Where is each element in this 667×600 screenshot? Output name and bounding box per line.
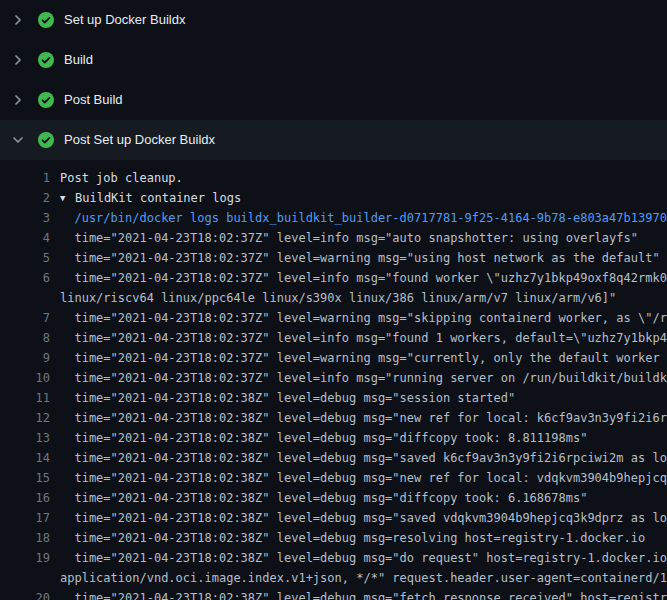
workflow-log-viewer: Set up Docker BuildxBuildPost BuildPost …: [0, 0, 667, 600]
log-line: 17 time="2021-04-23T18:02:38Z" level=deb…: [0, 508, 667, 528]
log-line-continuation: linux/riscv64 linux/ppc64le linux/s390x …: [0, 288, 667, 308]
collapse-triangle-icon[interactable]: ▼: [60, 188, 70, 208]
log-line: 15 time="2021-04-23T18:02:38Z" level=deb…: [0, 468, 667, 488]
log-text: time="2021-04-23T18:02:37Z" level=warnin…: [60, 348, 667, 368]
log-text: time="2021-04-23T18:02:38Z" level=debug …: [60, 548, 667, 568]
log-text: time="2021-04-23T18:02:38Z" level=debug …: [60, 488, 587, 508]
log-line: 9 time="2021-04-23T18:02:37Z" level=warn…: [0, 348, 667, 368]
log-text: application/vnd.oci.image.index.v1+json,…: [60, 568, 667, 588]
step-title: Build: [64, 52, 93, 68]
log-line: 4 time="2021-04-23T18:02:37Z" level=info…: [0, 228, 667, 248]
line-number[interactable]: 18: [0, 528, 50, 548]
line-number[interactable]: 13: [0, 428, 50, 448]
log-line: 2▼BuildKit container logs: [0, 188, 667, 208]
log-line: 6 time="2021-04-23T18:02:37Z" level=info…: [0, 268, 667, 288]
log-line: 16 time="2021-04-23T18:02:38Z" level=deb…: [0, 488, 667, 508]
line-number[interactable]: 9: [0, 348, 50, 368]
log-line-continuation: application/vnd.oci.image.index.v1+json,…: [0, 568, 667, 588]
log-line: 8 time="2021-04-23T18:02:37Z" level=info…: [0, 328, 667, 348]
line-number[interactable]: 4: [0, 228, 50, 248]
line-number[interactable]: 16: [0, 488, 50, 508]
line-number[interactable]: 10: [0, 368, 50, 388]
line-number[interactable]: 7: [0, 308, 50, 328]
line-number[interactable]: 20: [0, 588, 50, 600]
log-line: 1Post job cleanup.: [0, 168, 667, 188]
log-line: 20 time="2021-04-23T18:02:38Z" level=deb…: [0, 588, 667, 600]
log-line: 5 time="2021-04-23T18:02:37Z" level=warn…: [0, 248, 667, 268]
step-list: Set up Docker BuildxBuildPost BuildPost …: [0, 0, 667, 160]
line-number[interactable]: 12: [0, 408, 50, 428]
line-number: [0, 568, 50, 588]
log-line: 11 time="2021-04-23T18:02:38Z" level=deb…: [0, 388, 667, 408]
log-text: time="2021-04-23T18:02:37Z" level=info m…: [60, 268, 667, 288]
line-number[interactable]: 1: [0, 168, 50, 188]
line-number[interactable]: 11: [0, 388, 50, 408]
step-row-build[interactable]: Build: [0, 40, 667, 80]
step-title: Post Set up Docker Buildx: [64, 132, 215, 148]
line-number[interactable]: 5: [0, 248, 50, 268]
log-text: time="2021-04-23T18:02:37Z" level=info m…: [60, 368, 667, 388]
check-circle-icon: [38, 132, 54, 148]
check-circle-icon: [38, 52, 54, 68]
line-number[interactable]: 8: [0, 328, 50, 348]
step-row-set-up-docker-buildx[interactable]: Set up Docker Buildx: [0, 0, 667, 40]
log-text: time="2021-04-23T18:02:38Z" level=debug …: [60, 588, 667, 600]
step-row-post-set-up-docker-buildx[interactable]: Post Set up Docker Buildx: [0, 120, 667, 160]
log-line: 18 time="2021-04-23T18:02:38Z" level=deb…: [0, 528, 667, 548]
line-number: [0, 288, 50, 308]
log-line: 19 time="2021-04-23T18:02:38Z" level=deb…: [0, 548, 667, 568]
log-line: 3 /usr/bin/docker logs buildx_buildkit_b…: [0, 208, 667, 228]
log-line: 10 time="2021-04-23T18:02:37Z" level=inf…: [0, 368, 667, 388]
log-text: time="2021-04-23T18:02:38Z" level=debug …: [60, 388, 515, 408]
line-number[interactable]: 14: [0, 448, 50, 468]
log-text: time="2021-04-23T18:02:37Z" level=info m…: [60, 328, 667, 348]
log-pane: 1Post job cleanup.2▼BuildKit container l…: [0, 160, 667, 600]
log-text: time="2021-04-23T18:02:38Z" level=debug …: [60, 428, 587, 448]
line-number[interactable]: 6: [0, 268, 50, 288]
log-text: time="2021-04-23T18:02:38Z" level=debug …: [60, 468, 667, 488]
log-text: time="2021-04-23T18:02:38Z" level=debug …: [60, 448, 667, 468]
line-number[interactable]: 3: [0, 208, 50, 228]
chevron-down-icon: [10, 132, 26, 148]
log-line: 14 time="2021-04-23T18:02:38Z" level=deb…: [0, 448, 667, 468]
chevron-right-icon: [10, 12, 26, 28]
log-text: linux/riscv64 linux/ppc64le linux/s390x …: [60, 288, 616, 308]
line-number[interactable]: 17: [0, 508, 50, 528]
log-link[interactable]: /usr/bin/docker logs buildx_buildkit_bui…: [60, 208, 667, 228]
check-circle-icon: [38, 92, 54, 108]
step-title: Post Build: [64, 92, 123, 108]
step-row-post-build[interactable]: Post Build: [0, 80, 667, 120]
step-title: Set up Docker Buildx: [64, 12, 185, 28]
log-text: time="2021-04-23T18:02:37Z" level=warnin…: [60, 308, 667, 328]
log-group-title[interactable]: BuildKit container logs: [75, 188, 241, 208]
chevron-right-icon: [10, 52, 26, 68]
log-line: 13 time="2021-04-23T18:02:38Z" level=deb…: [0, 428, 667, 448]
chevron-right-icon: [10, 92, 26, 108]
log-text: time="2021-04-23T18:02:38Z" level=debug …: [60, 408, 667, 428]
line-number[interactable]: 2: [0, 188, 50, 208]
check-circle-icon: [38, 12, 54, 28]
log-line: 7 time="2021-04-23T18:02:37Z" level=warn…: [0, 308, 667, 328]
log-text: time="2021-04-23T18:02:37Z" level=info m…: [60, 228, 638, 248]
log-text: time="2021-04-23T18:02:38Z" level=debug …: [60, 528, 645, 548]
log-text: time="2021-04-23T18:02:38Z" level=debug …: [60, 508, 667, 528]
log-text: Post job cleanup.: [60, 168, 183, 188]
log-text: time="2021-04-23T18:02:37Z" level=warnin…: [60, 248, 660, 268]
line-number[interactable]: 19: [0, 548, 50, 568]
log-line: 12 time="2021-04-23T18:02:38Z" level=deb…: [0, 408, 667, 428]
line-number[interactable]: 15: [0, 468, 50, 488]
